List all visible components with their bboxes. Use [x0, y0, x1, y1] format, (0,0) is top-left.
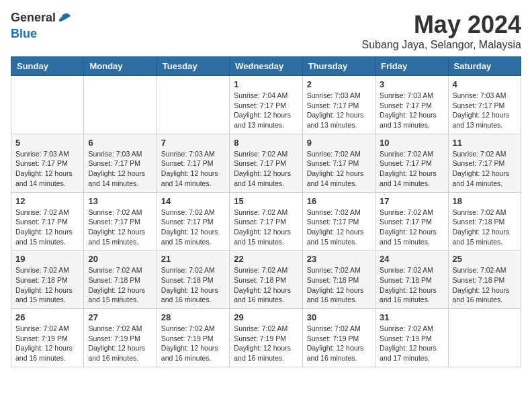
calendar-cell: 8 Sunrise: 7:02 AMSunset: 7:17 PMDayligh… — [230, 134, 302, 192]
calendar-cell: 21 Sunrise: 7:02 AMSunset: 7:18 PMDaylig… — [157, 250, 229, 309]
cell-date: 21 — [161, 254, 225, 264]
calendar-cell: 1 Sunrise: 7:04 AMSunset: 7:17 PMDayligh… — [230, 76, 302, 134]
day-header-tuesday: Tuesday — [157, 57, 229, 76]
cell-date: 1 — [234, 79, 298, 89]
cell-date: 22 — [234, 254, 298, 264]
cell-info: Sunrise: 7:02 AMSunset: 7:18 PMDaylight:… — [380, 265, 443, 305]
calendar-cell: 29 Sunrise: 7:02 AMSunset: 7:19 PMDaylig… — [230, 309, 302, 367]
calendar-cell — [157, 76, 229, 134]
cell-info: Sunrise: 7:02 AMSunset: 7:19 PMDaylight:… — [380, 324, 443, 363]
cell-date: 10 — [380, 138, 443, 148]
cell-info: Sunrise: 7:02 AMSunset: 7:17 PMDaylight:… — [161, 208, 225, 247]
cell-date: 24 — [380, 254, 443, 264]
calendar-cell: 31 Sunrise: 7:02 AMSunset: 7:19 PMDaylig… — [375, 309, 448, 367]
cell-date: 12 — [15, 196, 79, 206]
calendar-cell: 5 Sunrise: 7:03 AMSunset: 7:17 PMDayligh… — [11, 134, 84, 192]
cell-date: 28 — [161, 312, 225, 322]
header: General Blue May 2024 Subang Jaya, Selan… — [11, 11, 521, 51]
calendar-cell: 19 Sunrise: 7:02 AMSunset: 7:18 PMDaylig… — [11, 250, 84, 309]
calendar-cell: 18 Sunrise: 7:02 AMSunset: 7:18 PMDaylig… — [448, 192, 521, 250]
calendar-cell: 20 Sunrise: 7:02 AMSunset: 7:18 PMDaylig… — [84, 250, 157, 309]
calendar-cell: 26 Sunrise: 7:02 AMSunset: 7:19 PMDaylig… — [11, 309, 84, 367]
cell-date: 25 — [453, 254, 517, 264]
calendar-cell: 13 Sunrise: 7:02 AMSunset: 7:17 PMDaylig… — [84, 192, 157, 250]
cell-info: Sunrise: 7:03 AMSunset: 7:17 PMDaylight:… — [15, 149, 79, 189]
day-header-friday: Friday — [375, 57, 448, 76]
day-header-wednesday: Wednesday — [230, 57, 302, 76]
cell-info: Sunrise: 7:02 AMSunset: 7:18 PMDaylight:… — [161, 265, 225, 305]
calendar-cell: 30 Sunrise: 7:02 AMSunset: 7:19 PMDaylig… — [302, 309, 375, 367]
cell-info: Sunrise: 7:02 AMSunset: 7:17 PMDaylight:… — [307, 149, 371, 189]
cell-date: 13 — [88, 196, 152, 206]
cell-info: Sunrise: 7:02 AMSunset: 7:19 PMDaylight:… — [88, 324, 152, 363]
calendar-header-row: SundayMondayTuesdayWednesdayThursdayFrid… — [11, 57, 521, 76]
calendar-week-3: 12 Sunrise: 7:02 AMSunset: 7:17 PMDaylig… — [11, 192, 521, 250]
title-area: May 2024 Subang Jaya, Selangor, Malaysia — [362, 11, 521, 51]
day-header-monday: Monday — [84, 57, 157, 76]
cell-info: Sunrise: 7:02 AMSunset: 7:17 PMDaylight:… — [234, 208, 298, 247]
calendar-cell: 3 Sunrise: 7:03 AMSunset: 7:17 PMDayligh… — [375, 76, 448, 134]
main-title: May 2024 — [362, 11, 521, 39]
cell-date: 9 — [307, 138, 371, 148]
day-header-saturday: Saturday — [448, 57, 521, 76]
cell-date: 30 — [307, 312, 371, 322]
cell-info: Sunrise: 7:03 AMSunset: 7:17 PMDaylight:… — [307, 91, 371, 130]
cell-date: 6 — [88, 138, 152, 148]
cell-info: Sunrise: 7:02 AMSunset: 7:18 PMDaylight:… — [15, 265, 79, 305]
cell-info: Sunrise: 7:04 AMSunset: 7:17 PMDaylight:… — [234, 91, 298, 130]
cell-date: 20 — [88, 254, 152, 264]
cell-info: Sunrise: 7:02 AMSunset: 7:18 PMDaylight:… — [453, 208, 517, 247]
calendar-week-2: 5 Sunrise: 7:03 AMSunset: 7:17 PMDayligh… — [11, 134, 521, 192]
cell-date: 26 — [15, 312, 79, 322]
cell-info: Sunrise: 7:02 AMSunset: 7:17 PMDaylight:… — [307, 208, 371, 247]
day-header-thursday: Thursday — [302, 57, 375, 76]
cell-date: 17 — [380, 196, 443, 206]
calendar-cell: 6 Sunrise: 7:03 AMSunset: 7:17 PMDayligh… — [84, 134, 157, 192]
day-header-sunday: Sunday — [11, 57, 84, 76]
cell-info: Sunrise: 7:03 AMSunset: 7:17 PMDaylight:… — [161, 149, 225, 189]
cell-date: 5 — [15, 138, 79, 148]
cell-info: Sunrise: 7:03 AMSunset: 7:17 PMDaylight:… — [380, 91, 443, 130]
cell-info: Sunrise: 7:02 AMSunset: 7:17 PMDaylight:… — [234, 149, 298, 189]
calendar-cell — [11, 76, 84, 134]
calendar-cell: 23 Sunrise: 7:02 AMSunset: 7:18 PMDaylig… — [302, 250, 375, 309]
cell-date: 23 — [307, 254, 371, 264]
calendar-cell: 4 Sunrise: 7:03 AMSunset: 7:17 PMDayligh… — [448, 76, 521, 134]
cell-info: Sunrise: 7:02 AMSunset: 7:19 PMDaylight:… — [307, 324, 371, 363]
cell-info: Sunrise: 7:02 AMSunset: 7:17 PMDaylight:… — [88, 208, 152, 247]
cell-info: Sunrise: 7:03 AMSunset: 7:17 PMDaylight:… — [453, 91, 517, 130]
calendar-cell: 11 Sunrise: 7:02 AMSunset: 7:17 PMDaylig… — [448, 134, 521, 192]
cell-info: Sunrise: 7:03 AMSunset: 7:17 PMDaylight:… — [88, 149, 152, 189]
cell-info: Sunrise: 7:02 AMSunset: 7:17 PMDaylight:… — [380, 208, 443, 247]
cell-date: 16 — [307, 196, 371, 206]
cell-date: 14 — [161, 196, 225, 206]
calendar-table: SundayMondayTuesdayWednesdayThursdayFrid… — [11, 56, 521, 367]
calendar-cell — [448, 309, 521, 367]
calendar-cell — [84, 76, 157, 134]
cell-date: 11 — [453, 138, 517, 148]
cell-info: Sunrise: 7:02 AMSunset: 7:19 PMDaylight:… — [15, 324, 79, 363]
calendar-cell: 14 Sunrise: 7:02 AMSunset: 7:17 PMDaylig… — [157, 192, 229, 250]
calendar-cell: 17 Sunrise: 7:02 AMSunset: 7:17 PMDaylig… — [375, 192, 448, 250]
cell-info: Sunrise: 7:02 AMSunset: 7:19 PMDaylight:… — [234, 324, 298, 363]
calendar-cell: 10 Sunrise: 7:02 AMSunset: 7:17 PMDaylig… — [375, 134, 448, 192]
calendar-cell: 22 Sunrise: 7:02 AMSunset: 7:18 PMDaylig… — [230, 250, 302, 309]
cell-date: 3 — [380, 79, 443, 89]
logo-bird-icon — [57, 11, 73, 27]
calendar-week-1: 1 Sunrise: 7:04 AMSunset: 7:17 PMDayligh… — [11, 76, 521, 134]
calendar-cell: 27 Sunrise: 7:02 AMSunset: 7:19 PMDaylig… — [84, 309, 157, 367]
cell-date: 15 — [234, 196, 298, 206]
cell-date: 27 — [88, 312, 152, 322]
cell-date: 18 — [453, 196, 517, 206]
calendar-week-5: 26 Sunrise: 7:02 AMSunset: 7:19 PMDaylig… — [11, 309, 521, 367]
cell-date: 31 — [380, 312, 443, 322]
logo-text: General Blue — [11, 11, 73, 41]
cell-info: Sunrise: 7:02 AMSunset: 7:17 PMDaylight:… — [380, 149, 443, 189]
subtitle: Subang Jaya, Selangor, Malaysia — [362, 39, 521, 51]
cell-date: 8 — [234, 138, 298, 148]
logo-general: General — [11, 11, 56, 24]
cell-date: 19 — [15, 254, 79, 264]
calendar-cell: 12 Sunrise: 7:02 AMSunset: 7:17 PMDaylig… — [11, 192, 84, 250]
cell-info: Sunrise: 7:02 AMSunset: 7:17 PMDaylight:… — [453, 149, 517, 189]
cell-date: 2 — [307, 79, 371, 89]
